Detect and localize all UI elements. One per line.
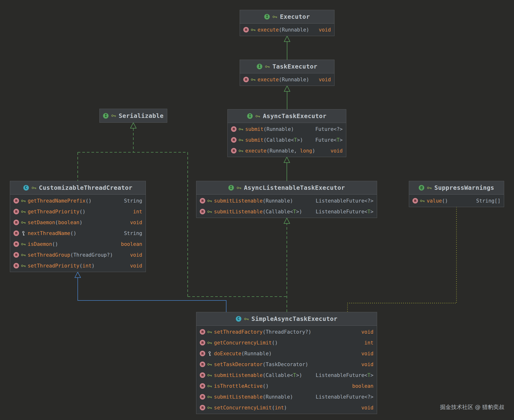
class-header[interactable]: @SuppressWarnings [409,181,504,195]
method-row-setConcurrencyLimit[interactable]: msetConcurrencyLimit(int)void [196,402,377,413]
sig-token: execute [257,27,279,33]
class-node-executor[interactable]: IExecutormexecute(Runnable)void [240,10,334,36]
method-return-type: Future<T> [315,137,343,143]
sig-token: submit [245,137,264,143]
sig-token: submitListenable [214,372,263,378]
method-row-setDaemon[interactable]: msetDaemon(boolean)void [10,217,146,228]
sig-token: setThreadFactory [214,329,263,335]
public-key-icon [250,77,256,82]
method-icon: m [412,198,418,203]
class-header[interactable]: CSimpleAsyncTaskExecutor [196,312,377,326]
class-header[interactable]: IAsyncListenableTaskExecutor [196,181,377,195]
class-header[interactable]: CCustomizableThreadCreator [10,181,146,195]
sig-token: (Runnable) [241,351,272,357]
method-row-setThreadPriority[interactable]: msetThreadPriority(int)void [10,260,146,271]
method-signature: getThreadPriority() [28,209,85,215]
class-header[interactable]: IAsyncTaskExecutor [228,109,346,123]
class-node-async-listenable-task-executor[interactable]: IAsyncListenableTaskExecutormsubmitListe… [196,181,377,218]
method-row-getThreadNamePrefix[interactable]: mgetThreadNamePrefix()String [10,195,146,206]
method-row-execute[interactable]: mexecute(Runnable)void [240,24,334,35]
public-key-icon [21,198,26,203]
method-list: mexecute(Runnable)void [240,23,334,36]
method-row-setThreadGroup[interactable]: msetThreadGroup(ThreadGroup?)void [10,249,146,260]
method-row-value[interactable]: mvalue()String[] [409,195,504,206]
class-name: Executor [280,13,310,20]
method-signature: nextThreadName() [28,231,76,236]
method-row-getConcurrencyLimit[interactable]: mgetConcurrencyLimit()int [196,337,377,348]
sig-token: (Runnable) [264,126,294,132]
method-icon: m [200,329,205,335]
public-key-icon [236,185,242,190]
sig-token: T [337,137,340,143]
method-icon: m [231,137,236,143]
class-node-async-task-executor[interactable]: IAsyncTaskExecutormsubmit(Runnable)Futur… [227,109,346,157]
class-node-serializable[interactable]: ISerializable [99,109,167,123]
sig-token: ListenableFuture<?> [316,198,373,204]
method-row-isThrottleActive[interactable]: misThrottleActive()boolean [196,381,377,391]
sig-token: doExecute [214,351,241,357]
method-row-submitListenable[interactable]: msubmitListenable(Callable<T>)Listenable… [196,370,377,381]
sig-token: String[] [476,198,500,204]
public-key-icon [238,137,243,143]
method-row-submit[interactable]: msubmit(Callable<T>)Future<T> [228,135,346,145]
sig-token: (ThreadFactory?) [263,329,311,335]
class-name: SuppressWarnings [434,184,494,191]
class-node-customizable-thread-creator[interactable]: CCustomizableThreadCreatormgetThreadName… [10,181,146,272]
sig-token: T [294,137,297,143]
method-row-doExecute[interactable]: mdoExecute(Runnable)void [196,348,377,359]
method-icon: m [200,209,205,214]
method-signature: isDaemon() [28,241,58,247]
method-row-getThreadPriority[interactable]: mgetThreadPriority()int [10,206,146,217]
method-row-isDaemon[interactable]: misDaemon()boolean [10,239,146,249]
public-key-icon [207,209,212,214]
method-row-setThreadFactory[interactable]: msetThreadFactory(ThreadFactory?)void [196,326,377,337]
method-row-submitListenable[interactable]: msubmitListenable(Runnable)ListenableFut… [196,391,377,402]
method-signature: submitListenable(Runnable) [214,394,293,400]
method-signature: setThreadGroup(ThreadGroup?) [28,252,113,258]
method-signature: submitListenable(Runnable) [214,198,293,204]
sig-token: void [130,220,142,225]
sig-token: void [361,329,373,335]
method-row-submit[interactable]: msubmit(Runnable)Future<?> [228,124,346,135]
sig-token: () [442,198,448,204]
method-signature: submit(Runnable) [245,126,294,132]
sig-token: >) [296,209,302,215]
method-return-type: Future<?> [315,126,343,132]
method-list: msubmit(Runnable)Future<?>msubmit(Callab… [228,123,346,157]
method-return-type: String [124,198,142,204]
method-row-setTaskDecorator[interactable]: msetTaskDecorator(TaskDecorator)void [196,359,377,370]
method-row-nextThreadName[interactable]: mnextThreadName()String [10,228,146,239]
method-signature: getConcurrencyLimit() [214,340,278,346]
sig-token: void [361,361,373,367]
interface-icon: I [264,14,270,20]
method-icon: m [231,126,236,132]
method-icon: m [200,340,205,345]
method-icon: m [14,241,19,247]
class-header[interactable]: ISerializable [100,109,167,122]
class-node-task-executor[interactable]: ITaskExecutormexecute(Runnable)void [240,60,334,86]
class-name: CustomizableThreadCreator [39,184,133,191]
public-key-icon [255,113,260,119]
sig-token: (Runnable, [267,148,300,154]
public-key-icon [207,405,212,410]
uml-diagram-canvas[interactable]: IExecutormexecute(Runnable)voidITaskExec… [0,0,514,420]
method-icon: m [14,263,19,269]
method-row-submitListenable[interactable]: msubmitListenable(Runnable)ListenableFut… [196,195,377,206]
sig-token: (Runnable) [279,77,309,82]
method-icon: m [200,394,205,399]
method-signature: submit(Callable<T>) [245,137,303,143]
sig-token: (TaskDecorator) [263,361,308,367]
class-node-suppress-warnings[interactable]: @SuppressWarningsmvalue()String[] [409,181,504,207]
sig-token: setTaskDecorator [214,361,263,367]
class-header[interactable]: IExecutor [240,10,334,23]
sig-token: (Callable< [263,372,293,378]
sig-token: (Callable< [263,209,293,215]
sig-token: T [293,209,296,215]
class-node-simple-async-task-executor[interactable]: CSimpleAsyncTaskExecutormsetThreadFactor… [196,312,377,414]
method-row-submitListenable[interactable]: msubmitListenable(Callable<T>)Listenable… [196,206,377,217]
sig-token: nextThreadName [28,231,70,236]
sig-token: setThreadPriority [28,263,79,269]
class-header[interactable]: ITaskExecutor [240,60,334,73]
method-row-execute[interactable]: mexecute(Runnable)void [240,74,334,85]
method-row-execute[interactable]: mexecute(Runnable, long)void [228,145,346,156]
